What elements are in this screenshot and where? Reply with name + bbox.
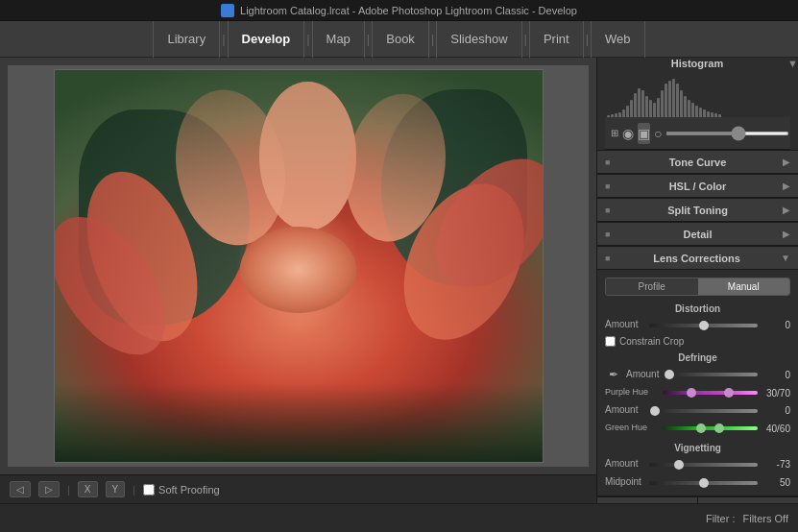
tool-slider[interactable] [665,132,789,135]
hsl-collapse-icon: ■ [605,181,613,191]
image-panel: ◁ ▷ | X Y | Soft Proofing [0,58,596,503]
grid-tool-icon[interactable]: ⊞ [611,123,618,144]
nav-library[interactable]: Library [153,21,220,58]
app-icon [221,4,234,17]
nav-map[interactable]: Map [313,21,365,58]
defringe-amount-thumb [665,370,674,379]
next-frame-button[interactable]: ▷ [38,481,60,497]
bottom-buttons: Previous Reset [597,496,798,503]
oval-tool-icon[interactable]: ○ [654,123,662,144]
main-content: ◁ ▷ | X Y | Soft Proofing Histogram ▼ [0,58,798,503]
hist-bar [657,98,660,117]
distortion-title: Distortion [597,300,798,316]
profile-tab[interactable]: Profile [606,278,698,295]
nav-slideshow[interactable]: Slideshow [437,21,521,58]
green-hue-slider[interactable] [663,426,758,430]
tone-curve-header[interactable]: ■ Tone Curve ▶ [597,151,798,174]
filter-label: Filter : [706,513,736,524]
hist-bar [661,90,664,117]
lens-corrections-content: Profile Manual Distortion Amount 0 [597,270,798,496]
lens-corrections-title: Lens Corrections [613,253,781,264]
defringe-amount-value: 0 [762,370,790,380]
distortion-amount-slider[interactable] [649,324,758,327]
hist-bar [688,100,690,117]
hist-bar [634,93,637,117]
nav-sep2: | [304,21,312,58]
vignetting-midpoint-slider[interactable] [649,481,758,485]
nav-sep1: | [220,21,228,58]
histogram-bars [605,79,790,117]
detail-header[interactable]: ■ Detail ▶ [597,223,798,246]
image-container [8,65,589,467]
split-toning-collapse-icon: ■ [605,206,613,215]
lens-corrections-chevron: ▼ [781,253,790,263]
vignetting-title: Vignetting [597,437,798,455]
filter-value[interactable]: Filters Off [743,513,788,524]
green-hue-label: Green Hue [605,423,659,432]
split-toning-chevron: ▶ [783,205,790,215]
defringe-amount-slider[interactable] [665,373,758,376]
histogram-expand-icon: ▼ [787,58,798,69]
right-panel: Histogram ▼ [596,58,798,503]
vignetting-amount-slider[interactable] [649,463,758,467]
detail-section: ■ Detail ▶ [597,223,798,247]
vignetting-amount-value: -73 [762,459,790,470]
nav-web[interactable]: Web [592,21,645,58]
split-toning-header[interactable]: ■ Split Toning ▶ [597,199,798,222]
hist-bar [618,112,621,117]
manual-tab[interactable]: Manual [698,278,790,295]
green-hue-right-thumb [714,423,724,433]
lens-corrections-tabs: Profile Manual [605,278,790,296]
hist-bar [626,106,629,117]
soft-proofing-text: Soft Proofing [158,484,220,496]
green-amount-label: Amount [605,404,645,415]
reset-button[interactable]: Reset [698,497,798,503]
nav-develop[interactable]: Develop [229,21,305,58]
detail-chevron: ▶ [783,229,790,239]
green-amount-value: 0 [762,405,790,416]
circle-tool-icon[interactable]: ◉ [622,123,634,144]
tone-curve-chevron: ▶ [783,157,790,167]
hsl-chevron: ▶ [783,181,790,191]
flower-image [54,69,544,463]
nav-print[interactable]: Print [530,21,584,58]
lens-corrections-header[interactable]: ■ Lens Corrections ▼ [597,247,798,270]
lens-corrections-section: ■ Lens Corrections ▼ Profile Manual Dist… [597,247,798,496]
nav-book[interactable]: Book [373,21,429,58]
previous-button[interactable]: Previous [597,497,698,503]
histogram-header[interactable]: Histogram ▼ [597,58,798,69]
green-amount-slider[interactable] [649,409,758,413]
hist-bar [680,90,683,117]
constrain-crop-checkbox[interactable] [605,336,616,347]
constrain-crop-row: Constrain Crop [597,334,798,349]
constrain-crop-label: Constrain Crop [619,336,684,347]
hist-bar [630,100,633,117]
detail-collapse-icon: ■ [605,230,613,239]
vignetting-midpoint-value: 50 [762,477,790,488]
rect-tool-icon[interactable]: ▣ [638,123,650,144]
tone-curve-title: Tone Curve [613,157,783,168]
hist-bar [665,84,667,117]
green-amount-thumb [650,406,660,416]
vignetting-amount-thumb [674,460,684,470]
defringe-eyedropper-icon[interactable]: ✒ [605,368,622,381]
distortion-amount-thumb [699,321,709,330]
hist-bar [718,114,721,117]
vignetting-midpoint-thumb [699,478,709,488]
view-y-button[interactable]: Y [106,481,126,497]
hist-bar [699,108,702,117]
view-x-button[interactable]: X [78,481,98,497]
purple-hue-slider[interactable] [663,391,758,395]
hsl-header[interactable]: ■ HSL / Color ▶ [597,175,798,198]
purple-hue-right-thumb [724,388,734,398]
bottom-toolbar: ◁ ▷ | X Y | Soft Proofing [0,474,596,503]
defringe-amount-container: ✒ Amount 0 [597,365,798,384]
soft-proofing-label[interactable]: Soft Proofing [143,484,220,496]
soft-proofing-checkbox[interactable] [143,484,155,496]
purple-hue-container: Purple Hue 30/70 [597,384,798,401]
hist-bar [676,84,679,117]
tone-curve-collapse-icon: ■ [605,157,613,167]
green-amount-container: Amount 0 [597,401,798,420]
hist-bar [622,109,625,117]
prev-frame-button[interactable]: ◁ [10,481,31,497]
